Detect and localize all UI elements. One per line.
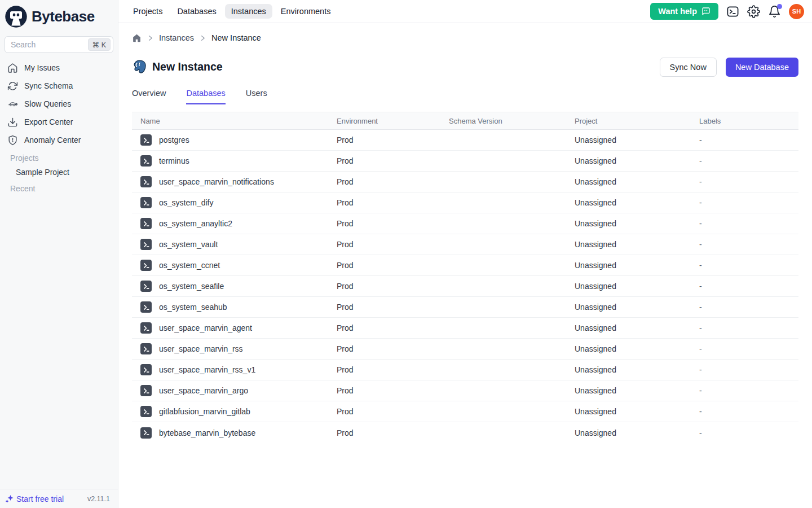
labels-cell: -: [699, 386, 798, 395]
settings-button[interactable]: [747, 5, 760, 18]
recent-section-label: Recent: [0, 179, 118, 195]
breadcrumb-home[interactable]: [132, 33, 142, 43]
labels-cell: -: [699, 261, 798, 270]
notification-dot: [777, 4, 782, 9]
postgresql-icon: [132, 59, 147, 75]
tab-overview[interactable]: Overview: [132, 89, 166, 104]
environment-cell: Prod: [337, 428, 449, 437]
table-body: postgres Prod Unassigned - terminus: [132, 130, 798, 443]
table-row[interactable]: postgres Prod Unassigned -: [132, 130, 798, 151]
project-cell: Unassigned: [575, 386, 699, 395]
main-area: ProjectsDatabasesInstancesEnvironments W…: [118, 0, 812, 508]
table-row[interactable]: user_space_marvin_notifications Prod Una…: [132, 172, 798, 192]
nav-item-databases[interactable]: Databases: [171, 4, 222, 19]
search-shortcut-chip: ⌘ K: [88, 38, 111, 51]
databases-table: NameEnvironmentSchema VersionProjectLabe…: [132, 112, 798, 443]
sidebar-item-sample-project[interactable]: Sample Project: [0, 165, 118, 179]
nav-item-environments[interactable]: Environments: [275, 4, 337, 19]
project-cell: Unassigned: [575, 365, 699, 374]
sync-icon: [7, 81, 18, 91]
labels-cell: -: [699, 177, 798, 186]
sidebar-nav: My Issues Sync Schema Slow Queries Expor…: [0, 59, 118, 149]
shield-icon: [7, 135, 18, 146]
table-row[interactable]: user_space_marvin_argo Prod Unassigned -: [132, 380, 798, 401]
labels-cell: -: [699, 323, 798, 332]
want-help-button[interactable]: Want help: [650, 3, 718, 20]
table-row[interactable]: user_space_marvin_rss Prod Unassigned -: [132, 339, 798, 360]
labels-cell: -: [699, 365, 798, 374]
project-cell: Unassigned: [575, 344, 699, 353]
table-row[interactable]: terminus Prod Unassigned -: [132, 151, 798, 172]
sidebar-item-label: My Issues: [24, 63, 60, 72]
database-terminal-icon: [140, 176, 152, 187]
labels-cell: -: [699, 240, 798, 249]
table-row[interactable]: user_space_marvin_agent Prod Unassigned …: [132, 318, 798, 339]
brand-logo[interactable]: Bytebase: [0, 0, 118, 33]
terminal-icon: [726, 5, 739, 18]
sidebar-item-anomaly-center[interactable]: Anomaly Center: [0, 131, 118, 149]
db-name-cell: user_space_marvin_argo: [132, 385, 337, 396]
sql-editor-button[interactable]: [726, 5, 739, 18]
db-name-cell: os_system_anayltic2: [132, 218, 337, 229]
notifications-button[interactable]: [768, 5, 781, 18]
project-cell: Unassigned: [575, 177, 699, 186]
database-terminal-icon: [140, 427, 152, 439]
turtle-icon: [7, 99, 18, 110]
start-free-trial-link[interactable]: Start free trial: [5, 494, 64, 503]
project-cell: Unassigned: [575, 219, 699, 228]
table-row[interactable]: user_space_marvin_rss_v1 Prod Unassigned…: [132, 360, 798, 380]
labels-cell: -: [699, 428, 798, 437]
table-row[interactable]: os_system_seahub Prod Unassigned -: [132, 297, 798, 318]
sidebar-item-export-center[interactable]: Export Center: [0, 113, 118, 131]
project-cell: Unassigned: [575, 303, 699, 312]
database-terminal-icon: [140, 322, 152, 334]
column-header-project: Project: [575, 117, 699, 125]
tab-databases[interactable]: Databases: [186, 89, 225, 104]
table-row[interactable]: gitlabfusion_marvin_gitlab Prod Unassign…: [132, 401, 798, 422]
db-name-cell: os_system_dify: [132, 197, 337, 208]
db-name-cell: user_space_marvin_notifications: [132, 176, 337, 187]
project-cell: Unassigned: [575, 323, 699, 332]
sidebar-item-my-issues[interactable]: My Issues: [0, 59, 118, 77]
project-cell: Unassigned: [575, 428, 699, 437]
title-actions: Sync Now New Database: [660, 58, 798, 77]
environment-cell: Prod: [337, 282, 449, 291]
labels-cell: -: [699, 198, 798, 207]
environment-cell: Prod: [337, 323, 449, 332]
avatar[interactable]: SH: [789, 4, 804, 19]
table-row[interactable]: os_system_ccnet Prod Unassigned -: [132, 255, 798, 276]
breadcrumb: Instances New Instance: [132, 32, 798, 44]
column-header-name: Name: [132, 117, 337, 125]
tab-users[interactable]: Users: [246, 89, 267, 104]
table-header-row: NameEnvironmentSchema VersionProjectLabe…: [132, 112, 798, 130]
db-name: user_space_marvin_rss: [159, 344, 243, 353]
nav-item-instances[interactable]: Instances: [225, 4, 272, 19]
db-name-cell: user_space_marvin_rss_v1: [132, 364, 337, 375]
sidebar-item-slow-queries[interactable]: Slow Queries: [0, 95, 118, 113]
database-terminal-icon: [140, 301, 152, 313]
column-header-environment: Environment: [337, 117, 449, 125]
environment-cell: Prod: [337, 365, 449, 374]
breadcrumb-instances[interactable]: Instances: [159, 33, 194, 42]
new-database-button[interactable]: New Database: [726, 58, 798, 77]
environment-cell: Prod: [337, 386, 449, 395]
table-row[interactable]: bytebase_marvin_bytebase Prod Unassigned…: [132, 422, 798, 443]
sync-now-button[interactable]: Sync Now: [660, 58, 717, 77]
environment-cell: Prod: [337, 156, 449, 165]
table-row[interactable]: os_system_seafile Prod Unassigned -: [132, 276, 798, 297]
table-row[interactable]: os_system_anayltic2 Prod Unassigned -: [132, 213, 798, 234]
db-name-cell: postgres: [132, 134, 337, 146]
page-title: New Instance: [152, 60, 223, 73]
table-row[interactable]: os_system_vault Prod Unassigned -: [132, 234, 798, 255]
db-name: os_system_seafile: [159, 282, 224, 291]
nav-item-projects[interactable]: Projects: [127, 4, 169, 19]
table-row[interactable]: os_system_dify Prod Unassigned -: [132, 192, 798, 213]
labels-cell: -: [699, 407, 798, 416]
labels-cell: -: [699, 156, 798, 165]
labels-cell: -: [699, 135, 798, 144]
sidebar-item-sync-schema[interactable]: Sync Schema: [0, 77, 118, 95]
search-box: ⌘ K: [5, 36, 113, 53]
top-actions: Want help SH: [650, 3, 804, 20]
db-name: terminus: [159, 156, 189, 165]
db-name: os_system_vault: [159, 240, 218, 249]
